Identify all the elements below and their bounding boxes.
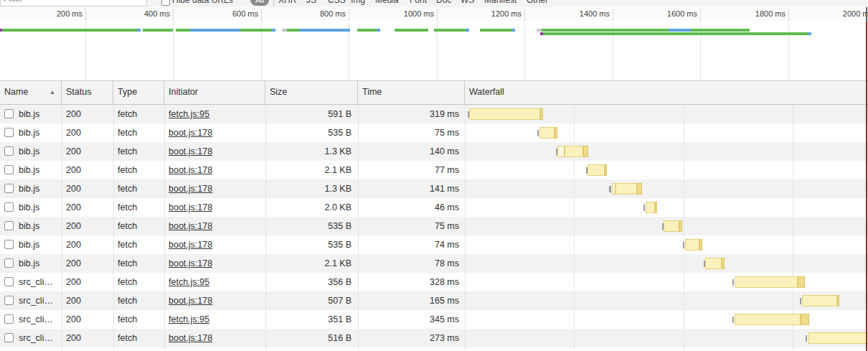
cell-size: 351 B: [265, 310, 352, 329]
ruler-divider: [788, 9, 789, 21]
table-row[interactable]: src_cli… 200 fetch boot.js:178 507 B 165…: [0, 291, 868, 310]
cell-status: 200: [66, 291, 109, 310]
cell-type: fetch: [118, 123, 161, 142]
overview-bar-segment: [240, 29, 272, 32]
waterfall-bar-tick: [800, 298, 801, 304]
initiator-link[interactable]: boot.js:178: [169, 165, 212, 175]
row-checkbox[interactable]: [4, 314, 14, 324]
row-checkbox[interactable]: [4, 128, 14, 137]
initiator-link[interactable]: boot.js:178: [169, 296, 212, 306]
initiator-link[interactable]: boot.js:178: [169, 333, 212, 343]
column-header-size[interactable]: Size: [265, 81, 358, 104]
table-row[interactable]: src_cli… 200 fetch fetch.js:95 356 B 328…: [0, 273, 868, 291]
table-row[interactable]: bib.js 200 fetch boot.js:178 535 B 75 ms: [0, 217, 868, 235]
table-row[interactable]: bib.js 200 fetch boot.js:178 535 B 74 ms: [0, 235, 868, 254]
ruler-tick-label: 1600 ms: [636, 9, 697, 18]
waterfall-bar-tick: [643, 205, 645, 211]
initiator-link[interactable]: boot.js:178: [169, 128, 212, 138]
type-filter-media[interactable]: Media: [375, 0, 399, 5]
row-checkbox[interactable]: [4, 221, 14, 230]
cell-name: bib.js: [19, 198, 60, 217]
cell-initiator: boot.js:178: [169, 198, 262, 217]
cell-name: bib.js: [19, 179, 60, 198]
type-filter-xhr[interactable]: XHR: [278, 0, 296, 5]
waterfall-bar-dark: [555, 127, 557, 139]
filter-all-button[interactable]: All: [250, 0, 269, 6]
row-checkbox[interactable]: [4, 146, 14, 156]
type-filter-other[interactable]: Other: [527, 0, 548, 5]
cell-status: 200: [66, 217, 109, 235]
column-header-waterfall[interactable]: Waterfall: [465, 81, 868, 104]
cell-time: 75 ms: [358, 123, 459, 142]
row-checkbox[interactable]: [4, 258, 14, 268]
row-checkbox[interactable]: [4, 109, 14, 118]
cell-initiator: boot.js:178: [169, 291, 262, 310]
network-overview-grid[interactable]: [0, 21, 868, 81]
cell-name: src_cli…: [19, 329, 60, 347]
overview-bar-segment: [434, 29, 466, 32]
table-row[interactable]: bib.js 200 fetch boot.js:178 1.3 KB 140 …: [0, 142, 868, 161]
ruler-divider: [437, 9, 438, 21]
initiator-link[interactable]: boot.js:178: [169, 202, 212, 212]
cell-status: 200: [66, 179, 109, 198]
initiator-link[interactable]: fetch.js:95: [169, 109, 209, 119]
initiator-link[interactable]: fetch.js:95: [169, 314, 209, 324]
cell-status: 200: [66, 254, 109, 273]
table-row[interactable]: bib.js 200 fetch boot.js:178 535 B 75 ms: [0, 123, 868, 142]
table-row[interactable]: bib.js 200 fetch boot.js:178 1.3 KB 141 …: [0, 179, 868, 198]
column-header-initiator[interactable]: Initiator: [164, 81, 265, 104]
column-header-status[interactable]: Status: [62, 81, 113, 104]
hide-data-urls-checkbox[interactable]: [161, 0, 170, 6]
initiator-link[interactable]: boot.js:178: [169, 184, 212, 194]
cell-size: 1.3 KB: [265, 179, 352, 198]
type-filter-css[interactable]: CSS: [328, 0, 346, 5]
row-checkbox[interactable]: [4, 277, 14, 286]
initiator-link[interactable]: boot.js:178: [169, 221, 212, 231]
column-header-type[interactable]: Type: [113, 81, 164, 104]
waterfall-gridline: [684, 105, 684, 351]
cell-name: src_cli…: [19, 291, 60, 310]
type-filter-ws[interactable]: WS: [461, 0, 474, 5]
row-checkbox[interactable]: [4, 240, 14, 249]
column-separator: [265, 105, 266, 351]
initiator-link[interactable]: fetch.js:95: [169, 277, 209, 287]
overview-gridline: [173, 21, 174, 80]
column-separator: [164, 105, 165, 351]
table-row[interactable]: bib.js 200 fetch boot.js:178 2.1 KB 78 m…: [0, 254, 868, 273]
table-row[interactable]: bib.js 200 fetch boot.js:178 2.1 KB 77 m…: [0, 161, 868, 179]
cell-status: 200: [66, 235, 109, 254]
row-checkbox[interactable]: [4, 165, 14, 174]
ruler-tick-label: 1200 ms: [460, 9, 522, 18]
ruler-tick-label: 1800 ms: [724, 9, 786, 18]
cell-type: fetch: [118, 254, 161, 273]
table-row[interactable]: bib.js 200 fetch fetch.js:95 591 B 319 m…: [0, 105, 868, 123]
cell-time: 77 ms: [358, 161, 459, 179]
row-checkbox[interactable]: [4, 296, 14, 305]
filter-input[interactable]: [0, 0, 147, 6]
ruler-tick-label: 2000 ms: [811, 9, 868, 18]
initiator-link[interactable]: boot.js:178: [169, 146, 212, 156]
initiator-link[interactable]: boot.js:178: [169, 240, 212, 250]
row-checkbox[interactable]: [4, 184, 14, 193]
table-row[interactable]: bib.js 200 fetch boot.js:178 2.0 KB 46 m…: [0, 198, 868, 217]
type-filter-manifest[interactable]: Manifest: [484, 0, 516, 5]
overview-bar-segment: [272, 29, 275, 32]
cell-name: bib.js: [19, 254, 60, 273]
waterfall-bar-body: [469, 108, 540, 120]
waterfall-bar-body: [808, 332, 867, 344]
cell-initiator: boot.js:178: [169, 217, 262, 235]
type-filter-img[interactable]: Img: [351, 0, 365, 5]
initiator-link[interactable]: boot.js:178: [169, 258, 212, 268]
type-filter-doc[interactable]: Doc: [436, 0, 451, 5]
cell-time: 273 ms: [358, 329, 459, 347]
column-header-name[interactable]: Name ▲: [0, 81, 62, 104]
waterfall-bar-body: [685, 239, 699, 251]
table-row[interactable]: src_cli… 200 fetch fetch.js:95 351 B 345…: [0, 310, 868, 329]
cell-time: 46 ms: [358, 198, 459, 217]
row-checkbox[interactable]: [4, 202, 14, 212]
row-checkbox[interactable]: [4, 333, 14, 342]
table-row[interactable]: src_cli… 200 fetch boot.js:178 516 B 273…: [0, 329, 868, 347]
type-filter-font[interactable]: Font: [410, 0, 427, 5]
column-header-time[interactable]: Time: [358, 81, 465, 104]
type-filter-js[interactable]: JS: [306, 0, 316, 5]
